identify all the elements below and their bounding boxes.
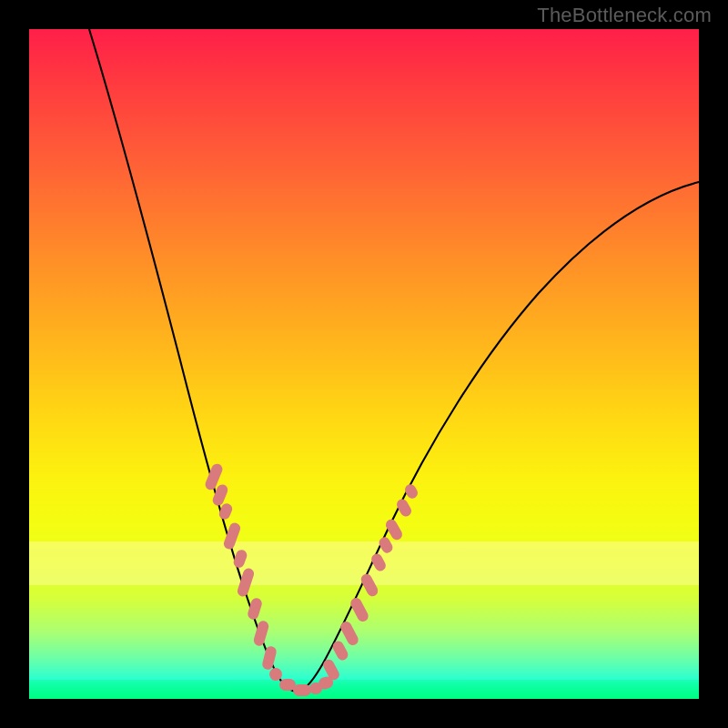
marker-dot <box>261 645 278 671</box>
plot-area <box>29 29 699 699</box>
marker-dot <box>403 482 420 500</box>
marker-dot <box>377 535 394 555</box>
marker-cluster-right <box>321 482 420 682</box>
bottleneck-curve <box>89 29 699 692</box>
chart-frame: TheBottleneck.com <box>0 0 728 728</box>
marker-dot <box>293 684 311 696</box>
marker-dot <box>232 549 248 570</box>
curve-layer <box>29 29 699 699</box>
marker-cluster-bottom <box>268 667 335 696</box>
marker-dot <box>252 620 269 647</box>
marker-dot <box>349 596 370 623</box>
watermark-text: TheBottleneck.com <box>537 4 712 27</box>
